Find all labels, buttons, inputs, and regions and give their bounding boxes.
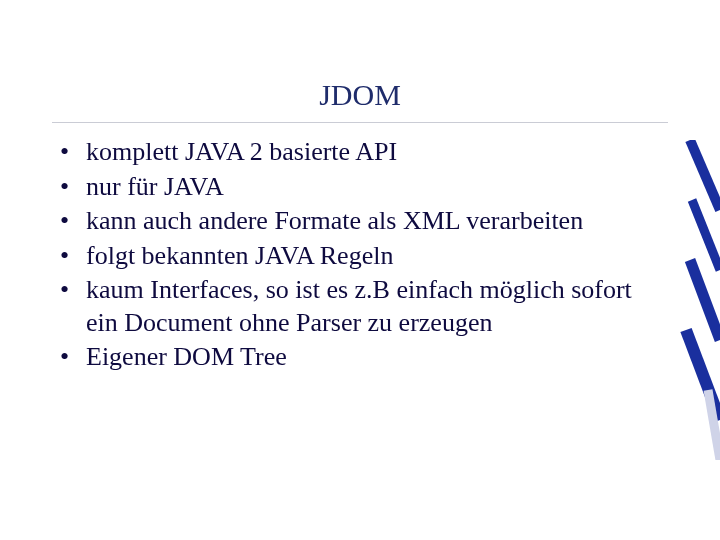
svg-line-2 (690, 260, 720, 340)
svg-line-3 (686, 330, 720, 420)
bullet-text: kann auch andere Formate als XML verarbe… (86, 206, 583, 235)
divider (52, 122, 668, 123)
bullet-text: Eigener DOM Tree (86, 342, 287, 371)
bullet-text: komplett JAVA 2 basierte API (86, 137, 397, 166)
list-item: nur für JAVA (52, 171, 662, 204)
bullet-text: kaum Interfaces, so ist es z.B einfach m… (86, 275, 632, 337)
list-item: komplett JAVA 2 basierte API (52, 136, 662, 169)
bullet-text: nur für JAVA (86, 172, 224, 201)
bullet-list: komplett JAVA 2 basierte API nur für JAV… (52, 136, 662, 374)
list-item: folgt bekannten JAVA Regeln (52, 240, 662, 273)
svg-line-4 (708, 390, 720, 460)
svg-line-0 (690, 140, 720, 210)
content-area: komplett JAVA 2 basierte API nur für JAV… (52, 136, 662, 376)
slide-title: JDOM (0, 78, 720, 112)
decorative-stripes-icon (660, 140, 720, 460)
svg-line-1 (692, 200, 720, 270)
bullet-text: folgt bekannten JAVA Regeln (86, 241, 393, 270)
slide: JDOM komplett JAVA 2 basierte API nur fü… (0, 0, 720, 540)
list-item: kann auch andere Formate als XML verarbe… (52, 205, 662, 238)
list-item: kaum Interfaces, so ist es z.B einfach m… (52, 274, 662, 339)
list-item: Eigener DOM Tree (52, 341, 662, 374)
